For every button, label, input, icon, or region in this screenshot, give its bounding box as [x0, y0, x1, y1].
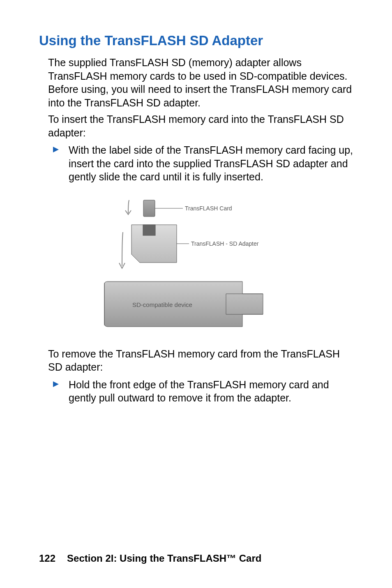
diagram-label-card: TransFLASH Card: [185, 205, 232, 212]
svg-rect-3: [143, 225, 155, 235]
page-footer: 122Section 2I: Using the TransFLASH™ Car…: [39, 553, 261, 564]
diagram-label-device: SD-compatible device: [132, 301, 192, 308]
bullet-arrow-icon: [53, 143, 69, 184]
insert-subheading: To insert the TransFLASH memory card int…: [48, 113, 355, 139]
insert-bullet-row: With the label side of the TransFLASH me…: [53, 143, 355, 184]
svg-marker-0: [53, 147, 59, 152]
remove-subheading: To remove the TransFLASH memory card fro…: [48, 347, 355, 374]
footer-page-number: 122: [39, 553, 55, 564]
remove-bullet-text: Hold the front edge of the TransFLASH me…: [69, 378, 355, 405]
bullet-arrow-icon: [53, 378, 69, 405]
insert-bullet-text: With the label side of the TransFLASH me…: [69, 143, 355, 184]
page-heading: Using the TransFLASH SD Adapter: [39, 33, 355, 48]
remove-bullet-row: Hold the front edge of the TransFLASH me…: [53, 378, 355, 405]
svg-rect-1: [143, 200, 155, 217]
svg-marker-10: [53, 381, 59, 387]
sd-adapter-diagram: TransFLASH Card TransFLASH - SD Adapter …: [99, 195, 296, 339]
diagram-label-adapter: TransFLASH - SD Adapter: [191, 240, 259, 247]
footer-section-label: Section 2I: Using the TransFLASH™ Card: [67, 553, 261, 564]
intro-paragraph: The supplied TransFLASH SD (memory) adap…: [48, 56, 355, 109]
